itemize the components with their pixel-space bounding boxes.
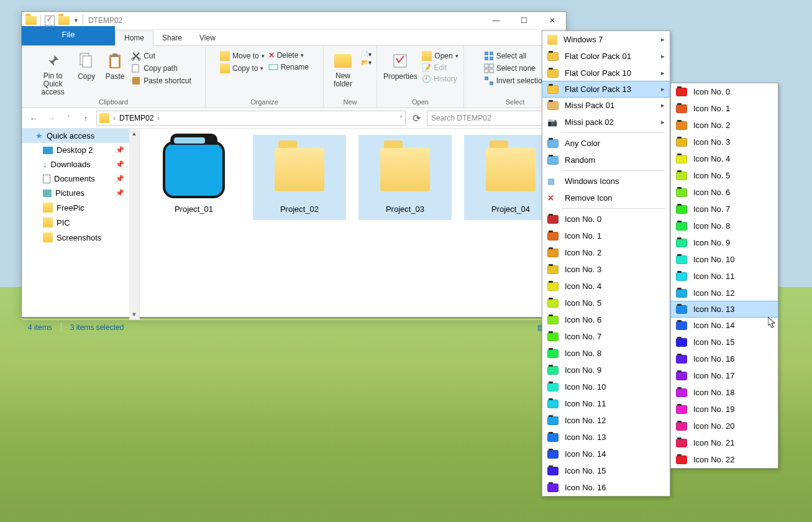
- scroll-down-icon[interactable]: ▼: [129, 309, 139, 319]
- cut-button[interactable]: Cut: [131, 51, 191, 61]
- menu-icon-item[interactable]: Icon No. 17: [671, 367, 778, 384]
- menu-icon-item[interactable]: Icon No. 15: [671, 334, 778, 350]
- menu-icon-item[interactable]: Icon No. 13: [542, 429, 670, 446]
- menu-icon-item[interactable]: Icon No. 16: [542, 479, 670, 496]
- copy-to-button[interactable]: Copy to ▾: [220, 63, 265, 73]
- file-item[interactable]: Project_03: [358, 135, 452, 220]
- menu-icon-item[interactable]: Icon No. 8: [671, 218, 778, 234]
- menu-icon-item[interactable]: Icon No. 14: [542, 446, 670, 462]
- recent-dropdown[interactable]: ˅: [62, 111, 75, 125]
- properties-button[interactable]: Properties: [382, 48, 418, 81]
- menu-icon-item[interactable]: Icon No. 14: [671, 317, 778, 334]
- tab-share[interactable]: Share: [153, 31, 191, 45]
- menu-icon-item[interactable]: Icon No. 4: [542, 278, 670, 295]
- menu-pack-item[interactable]: Missi Pack 01: [542, 97, 670, 114]
- sidebar-item-quick-access[interactable]: ★Quick access: [22, 129, 139, 143]
- easy-access-button[interactable]: 📂▾: [361, 59, 372, 66]
- tab-file[interactable]: File: [22, 26, 115, 45]
- menu-icon-item[interactable]: Icon No. 20: [671, 418, 778, 434]
- menu-pack-item[interactable]: Flat Color Pack 13: [542, 81, 670, 98]
- menu-icon-item[interactable]: Icon No. 2: [671, 117, 778, 134]
- menu-icon-item[interactable]: Icon No. 21: [671, 434, 778, 451]
- maximize-button[interactable]: ☐: [510, 12, 538, 30]
- menu-icon-item[interactable]: Icon No. 7: [671, 201, 778, 218]
- refresh-button[interactable]: ⟳: [409, 112, 423, 124]
- select-none-button[interactable]: Select none: [484, 63, 547, 73]
- qat-dropdown-icon[interactable]: ▼: [73, 17, 79, 24]
- sidebar-item-pic[interactable]: PIC: [22, 215, 139, 230]
- forward-button[interactable]: →: [44, 111, 58, 125]
- menu-icon-item[interactable]: Icon No. 6: [671, 184, 778, 201]
- menu-icon-item[interactable]: Icon No. 4: [671, 150, 778, 167]
- invert-selection-button[interactable]: Invert selection: [484, 76, 547, 86]
- scrollbar[interactable]: ▲ ▼: [129, 129, 139, 319]
- history-button[interactable]: 🕘History: [422, 75, 458, 83]
- qat-newfolder-icon[interactable]: [58, 16, 70, 25]
- menu-remove-icon[interactable]: ✕Remove Icon: [542, 190, 670, 206]
- paste-shortcut-button[interactable]: Paste shortcut: [131, 76, 191, 86]
- sidebar-item-downloads[interactable]: ↓Downloads📌: [22, 157, 139, 172]
- menu-icon-item[interactable]: Icon No. 1: [671, 100, 778, 117]
- breadcrumb[interactable]: DTEMP02: [119, 114, 153, 122]
- menu-windows-icons[interactable]: ▦Windows Icons: [542, 173, 670, 190]
- menu-pack-item[interactable]: Flat Color Pack 01: [542, 48, 670, 65]
- chevron-down-icon[interactable]: ˅: [399, 115, 403, 122]
- menu-icon-item[interactable]: Icon No. 13: [670, 301, 778, 318]
- menu-pack-item[interactable]: Flat Color Pack 10: [542, 65, 670, 81]
- menu-icon-item[interactable]: Icon No. 16: [671, 350, 778, 367]
- edit-button[interactable]: 📝Edit: [422, 63, 458, 72]
- menu-pack-item[interactable]: 📷Missi pack 02: [542, 114, 670, 130]
- new-item-button[interactable]: 📄▾: [361, 51, 372, 58]
- menu-icon-item[interactable]: Icon No. 11: [671, 268, 778, 285]
- menu-icon-item[interactable]: Icon No. 3: [671, 134, 778, 150]
- back-button[interactable]: ←: [27, 111, 40, 125]
- menu-icon-item[interactable]: Icon No. 5: [671, 167, 778, 184]
- file-list[interactable]: Project_01Project_02Project_03Project_04: [140, 129, 566, 319]
- pin-quick-access-button[interactable]: Pin to Quick access: [35, 48, 70, 97]
- tab-view[interactable]: View: [191, 31, 224, 45]
- menu-pack-item[interactable]: Windows 7: [542, 31, 670, 48]
- copy-path-button[interactable]: Copy path: [131, 63, 191, 73]
- sidebar-item-freepic[interactable]: FreePic: [22, 200, 139, 215]
- search-input[interactable]: Search DTEMP02: [427, 111, 561, 126]
- menu-icon-item[interactable]: Icon No. 1: [542, 227, 670, 244]
- menu-icon-item[interactable]: Icon No. 8: [542, 345, 670, 362]
- menu-any-color[interactable]: Any Color: [542, 135, 670, 152]
- rename-button[interactable]: Rename: [268, 62, 309, 72]
- menu-icon-item[interactable]: Icon No. 19: [671, 401, 778, 418]
- minimize-button[interactable]: —: [482, 12, 510, 30]
- sidebar-item-desktop-2[interactable]: Desktop 2📌: [22, 143, 139, 157]
- qat-properties-icon[interactable]: [45, 16, 55, 25]
- up-button[interactable]: ↑: [79, 111, 93, 125]
- menu-icon-item[interactable]: Icon No. 0: [671, 83, 778, 100]
- select-all-button[interactable]: Select all: [484, 51, 547, 61]
- close-button[interactable]: ✕: [538, 12, 566, 30]
- menu-icon-item[interactable]: Icon No. 18: [671, 384, 778, 401]
- menu-icon-item[interactable]: Icon No. 9: [671, 234, 778, 251]
- menu-icon-item[interactable]: Icon No. 12: [542, 412, 670, 429]
- menu-icon-item[interactable]: Icon No. 7: [542, 328, 670, 345]
- paste-button[interactable]: Paste: [103, 48, 127, 81]
- menu-icon-item[interactable]: Icon No. 12: [671, 285, 778, 301]
- copy-button[interactable]: Copy: [74, 48, 99, 81]
- menu-icon-item[interactable]: Icon No. 15: [542, 462, 670, 479]
- open-button[interactable]: Open ▾: [422, 51, 458, 61]
- menu-icon-item[interactable]: Icon No. 0: [542, 211, 670, 227]
- sidebar-item-screenshots[interactable]: Screenshots: [22, 230, 139, 245]
- scroll-up-icon[interactable]: ▲: [129, 129, 139, 139]
- menu-random[interactable]: Random: [542, 152, 670, 168]
- new-folder-button[interactable]: New folder: [329, 48, 357, 88]
- menu-icon-item[interactable]: Icon No. 3: [542, 261, 670, 278]
- address-input[interactable]: › DTEMP02 › ˅: [96, 111, 406, 126]
- menu-icon-item[interactable]: Icon No. 10: [671, 251, 778, 268]
- sidebar-item-documents[interactable]: Documents📌: [22, 172, 139, 186]
- menu-icon-item[interactable]: Icon No. 2: [542, 244, 670, 261]
- menu-icon-item[interactable]: Icon No. 6: [542, 311, 670, 328]
- file-item[interactable]: Project_01: [147, 135, 240, 220]
- sidebar-item-pictures[interactable]: Pictures📌: [22, 186, 139, 200]
- menu-icon-item[interactable]: Icon No. 10: [542, 378, 670, 395]
- move-to-button[interactable]: Move to ▾: [220, 51, 265, 61]
- menu-icon-item[interactable]: Icon No. 11: [542, 395, 670, 412]
- menu-icon-item[interactable]: Icon No. 9: [542, 362, 670, 378]
- delete-button[interactable]: ✕Delete ▾: [268, 51, 309, 60]
